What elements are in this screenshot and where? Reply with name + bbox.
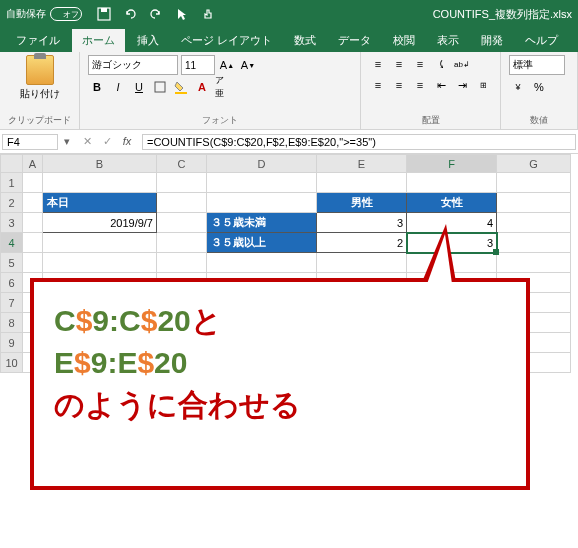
tab-review[interactable]: 校閲 — [383, 29, 425, 52]
ribbon: 貼り付け クリップボード 游ゴシック 11 A▲ A▼ B I U A ア亜 フ… — [0, 52, 578, 130]
col-header-e[interactable]: E — [317, 155, 407, 173]
cursor-icon[interactable] — [174, 6, 190, 22]
grid-area: A B C D E F G 1 2 本日 男性 女性 3 2019/9/7 ３５… — [0, 154, 578, 373]
col-header-b[interactable]: B — [43, 155, 157, 173]
cancel-formula-icon[interactable]: ✕ — [78, 135, 96, 148]
row-header[interactable]: 9 — [1, 333, 23, 353]
namebox-dropdown-icon[interactable]: ▾ — [60, 135, 74, 148]
align-top-icon[interactable]: ≡ — [369, 55, 387, 73]
align-bottom-icon[interactable]: ≡ — [411, 55, 429, 73]
file-title: COUNTIFS_複数列指定.xlsx — [433, 7, 572, 22]
autosave-label: 自動保存 — [6, 7, 46, 21]
autosave-toggle[interactable]: オフ — [50, 7, 82, 21]
bold-button[interactable]: B — [88, 78, 106, 96]
accept-formula-icon[interactable]: ✓ — [98, 135, 116, 148]
paste-label: 貼り付け — [20, 87, 60, 101]
name-box[interactable]: F4 — [2, 134, 58, 150]
row-header[interactable]: 7 — [1, 293, 23, 313]
autosave-section: 自動保存 オフ — [6, 7, 82, 21]
row-header[interactable]: 5 — [1, 253, 23, 273]
col-header-d[interactable]: D — [207, 155, 317, 173]
ribbon-tabs: ファイル ホーム 挿入 ページ レイアウト 数式 データ 校閲 表示 開発 ヘル… — [0, 28, 578, 52]
ribbon-clipboard: 貼り付け クリップボード — [0, 52, 80, 129]
italic-button[interactable]: I — [109, 78, 127, 96]
undo-icon[interactable] — [122, 6, 138, 22]
title-bar: 自動保存 オフ COUNTIFS_複数列指定.xlsx — [0, 0, 578, 28]
align-left-icon[interactable]: ≡ — [369, 76, 387, 94]
align-right-icon[interactable]: ≡ — [411, 76, 429, 94]
row-header[interactable]: 3 — [1, 213, 23, 233]
row-header[interactable]: 6 — [1, 273, 23, 293]
formula-input[interactable]: =COUNTIFS(C$9:C$20,F$2,E$9:E$20,">=35") — [142, 134, 576, 150]
svg-rect-2 — [155, 82, 165, 92]
clipboard-label: クリップボード — [8, 113, 71, 128]
ribbon-alignment: ≡ ≡ ≡ ⤹ ab↲ ≡ ≡ ≡ ⇤ ⇥ ⊞ 配置 — [361, 52, 501, 129]
svg-rect-1 — [101, 8, 107, 12]
tab-help[interactable]: ヘルプ — [515, 29, 568, 52]
redo-icon[interactable] — [148, 6, 164, 22]
svg-rect-3 — [175, 92, 187, 94]
font-size-select[interactable]: 11 — [181, 55, 215, 75]
merge-button[interactable]: ⊞ — [474, 76, 492, 94]
col-header-g[interactable]: G — [497, 155, 571, 173]
row-header[interactable]: 4 — [1, 233, 23, 253]
tab-pagelayout[interactable]: ページ レイアウト — [171, 29, 282, 52]
number-label: 数値 — [509, 113, 569, 128]
tab-data[interactable]: データ — [328, 29, 381, 52]
cell-f2[interactable]: 女性 — [407, 193, 497, 213]
underline-button[interactable]: U — [130, 78, 148, 96]
font-color-button[interactable]: A — [193, 78, 211, 96]
fill-color-button[interactable] — [172, 78, 190, 96]
annotation-callout: C$9:C$20と E$9:E$20 のように合わせる — [30, 278, 530, 490]
ribbon-number: 標準 ¥ % 数値 — [501, 52, 578, 129]
align-center-icon[interactable]: ≡ — [390, 76, 408, 94]
tab-formulas[interactable]: 数式 — [284, 29, 326, 52]
formula-bar: F4 ▾ ✕ ✓ fx =COUNTIFS(C$9:C$20,F$2,E$9:E… — [0, 130, 578, 154]
callout-line-3: のように合わせる — [54, 384, 506, 426]
tab-home[interactable]: ホーム — [72, 29, 125, 52]
cell-b3[interactable]: 2019/9/7 — [43, 213, 157, 233]
number-format-select[interactable]: 標準 — [509, 55, 565, 75]
tab-file[interactable]: ファイル — [6, 29, 70, 52]
callout-line-1: C$9:C$20と — [54, 300, 506, 342]
cell-d4[interactable]: ３５歳以上 — [207, 233, 317, 253]
save-icon[interactable] — [96, 6, 112, 22]
col-header-c[interactable]: C — [157, 155, 207, 173]
select-all-corner[interactable] — [1, 155, 23, 173]
row-header[interactable]: 1 — [1, 173, 23, 193]
cell-e2[interactable]: 男性 — [317, 193, 407, 213]
wrap-text-button[interactable]: ab↲ — [453, 55, 471, 73]
phonetic-button[interactable]: ア亜 — [214, 78, 232, 96]
col-header-a[interactable]: A — [23, 155, 43, 173]
paste-button[interactable]: 貼り付け — [8, 55, 71, 101]
autosave-state: オフ — [63, 9, 79, 20]
align-middle-icon[interactable]: ≡ — [390, 55, 408, 73]
font-name-select[interactable]: 游ゴシック — [88, 55, 178, 75]
row-header[interactable]: 10 — [1, 353, 23, 373]
alignment-label: 配置 — [369, 113, 492, 128]
ribbon-font: 游ゴシック 11 A▲ A▼ B I U A ア亜 フォント — [80, 52, 361, 129]
font-label: フォント — [88, 113, 352, 128]
border-button[interactable] — [151, 78, 169, 96]
decrease-font-icon[interactable]: A▼ — [239, 56, 257, 74]
touch-icon[interactable] — [200, 6, 216, 22]
fx-icon[interactable]: fx — [118, 135, 136, 148]
cell-d3[interactable]: ３５歳未満 — [207, 213, 317, 233]
tab-developer[interactable]: 開発 — [471, 29, 513, 52]
col-header-f[interactable]: F — [407, 155, 497, 173]
cell-e4[interactable]: 2 — [317, 233, 407, 253]
row-header[interactable]: 2 — [1, 193, 23, 213]
row-header[interactable]: 8 — [1, 313, 23, 333]
cell-b2[interactable]: 本日 — [43, 193, 157, 213]
tab-insert[interactable]: 挿入 — [127, 29, 169, 52]
orientation-icon[interactable]: ⤹ — [432, 55, 450, 73]
indent-inc-icon[interactable]: ⇥ — [453, 76, 471, 94]
tab-view[interactable]: 表示 — [427, 29, 469, 52]
currency-icon[interactable]: ¥ — [509, 78, 527, 96]
indent-dec-icon[interactable]: ⇤ — [432, 76, 450, 94]
cell-e3[interactable]: 3 — [317, 213, 407, 233]
percent-icon[interactable]: % — [530, 78, 548, 96]
quick-access-toolbar — [96, 6, 216, 22]
increase-font-icon[interactable]: A▲ — [218, 56, 236, 74]
callout-line-2: E$9:E$20 — [54, 342, 506, 384]
